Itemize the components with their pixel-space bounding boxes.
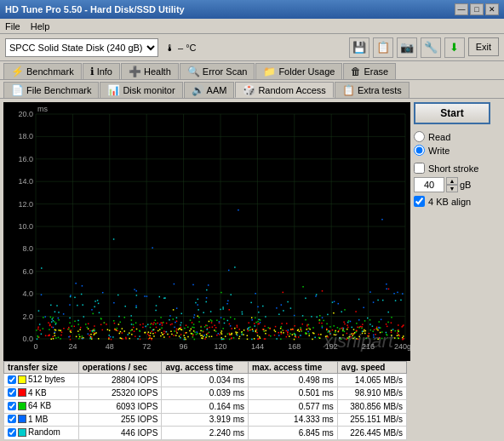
read-write-group: Read Write [414, 129, 501, 158]
write-option[interactable]: Write [414, 145, 501, 156]
table-row: 64 KB6093 IOPS0.164 ms0.577 ms380.856 MB… [4, 400, 407, 414]
exit-button[interactable]: Exit [468, 37, 499, 56]
col-header: avg. speed [337, 362, 406, 374]
table-row: 1 MB255 IOPS3.919 ms14.333 ms255.151 MB/… [4, 413, 407, 427]
toolbar-icon-5[interactable]: ⬇ [444, 37, 465, 58]
row-label-cell: 64 KB [4, 400, 79, 414]
tab-file_benchmark[interactable]: 📄File Benchmark [3, 82, 99, 98]
results-table-container: transfer sizeoperations / secavg. access… [3, 361, 407, 440]
table-row: 4 KB25320 IOPS0.039 ms0.501 ms98.910 MB/… [4, 387, 407, 400]
tab-health[interactable]: ➕Health [121, 63, 179, 79]
table-row: 512 bytes28804 IOPS0.034 ms0.498 ms14.06… [4, 374, 407, 387]
align-option[interactable]: 4 KB align [414, 196, 501, 207]
row-cell: 2.240 ms [162, 427, 249, 440]
row-cell: 446 IOPS [78, 427, 162, 440]
row-cell: 6093 IOPS [78, 400, 162, 414]
align-label: 4 KB align [428, 197, 471, 207]
row-cell: 0.498 ms [249, 374, 338, 387]
gb-label: gB [460, 180, 471, 190]
tab-benchmark[interactable]: ⚡Benchmark [3, 63, 82, 79]
row-cell: 28804 IOPS [78, 374, 162, 387]
row-label-cell: 1 MB [4, 413, 79, 427]
tab-disk_monitor[interactable]: 📊Disk monitor [100, 82, 182, 98]
tab-error_scan[interactable]: 🔍Error Scan [180, 63, 255, 79]
start-button[interactable]: Start [414, 102, 490, 124]
spinner-down[interactable]: ▼ [446, 185, 458, 192]
minimize-button[interactable]: — [455, 3, 468, 15]
tab-info[interactable]: ℹInfo [83, 63, 120, 79]
menu-bar: File Help [0, 19, 504, 34]
main-content: xishipart transfer sizeoperations / seca… [0, 99, 504, 441]
options-group: Short stroke ▲ ▼ gB 4 KB align [414, 163, 501, 207]
random_access-icon: 🎲 [243, 84, 255, 96]
toolbar-icon-4[interactable]: 🔧 [421, 37, 441, 58]
file_benchmark-icon: 📄 [11, 84, 24, 96]
spinner-input[interactable] [414, 177, 444, 192]
row-cell: 255.151 MB/s [337, 413, 406, 427]
window-title: HD Tune Pro 5.50 - Hard Disk/SSD Utility [5, 4, 185, 14]
disk-selector[interactable]: SPCC Solid State Disk (240 gB) [5, 38, 158, 57]
info-icon: ℹ [90, 66, 94, 77]
align-checkbox[interactable] [414, 196, 425, 207]
tabs-row-2: 📄File Benchmark📊Disk monitor🔊AAM🎲Random … [0, 80, 504, 99]
row-cell: 0.577 ms [249, 400, 338, 414]
temperature-value: – °C [178, 43, 197, 53]
write-radio[interactable] [414, 145, 425, 156]
toolbar: SPCC Solid State Disk (240 gB) 🌡 – °C 💾 … [0, 34, 504, 61]
row-cell: 0.501 ms [249, 387, 338, 400]
maximize-button[interactable]: □ [470, 3, 484, 15]
row-cell: 14.065 MB/s [337, 374, 406, 387]
read-label: Read [428, 132, 450, 142]
tab-random_access[interactable]: 🎲Random Access [235, 82, 333, 98]
menu-help[interactable]: Help [29, 21, 52, 32]
title-bar: HD Tune Pro 5.50 - Hard Disk/SSD Utility… [0, 0, 504, 19]
row-checkbox[interactable] [8, 375, 16, 384]
row-label-cell: 4 KB [4, 387, 79, 400]
row-checkbox[interactable] [8, 428, 16, 437]
right-panel: Start Read Write Short stroke ▲ ▼ [410, 99, 504, 441]
tab-aam[interactable]: 🔊AAM [184, 82, 235, 98]
col-header: max. access time [249, 362, 338, 374]
row-color-box [18, 415, 26, 423]
spinner-up[interactable]: ▲ [446, 177, 458, 185]
read-option[interactable]: Read [414, 131, 501, 142]
tabs-row-1: ⚡BenchmarkℹInfo➕Health🔍Error Scan📁Folder… [0, 61, 504, 80]
close-button[interactable]: ✕ [485, 3, 499, 15]
disk_monitor-icon: 📊 [107, 84, 120, 96]
row-cell: 0.164 ms [162, 400, 249, 414]
toolbar-icon-1[interactable]: 💾 [349, 37, 369, 58]
row-cell: 3.919 ms [162, 413, 249, 427]
col-header: avg. access time [162, 362, 249, 374]
row-color-box [18, 375, 26, 384]
tab-erase[interactable]: 🗑Erase [343, 63, 396, 79]
row-cell: 14.333 ms [249, 413, 338, 427]
read-radio[interactable] [414, 131, 425, 142]
row-cell: 380.856 MB/s [337, 400, 406, 414]
toolbar-icon-group: 💾 📋 📷 🔧 ⬇ Exit [349, 37, 499, 58]
row-checkbox[interactable] [8, 402, 16, 410]
chart-canvas [3, 102, 410, 361]
col-header: transfer size [4, 362, 79, 374]
row-cell: 0.034 ms [162, 374, 249, 387]
row-cell: 25320 IOPS [78, 387, 162, 400]
row-color-box [18, 388, 26, 397]
toolbar-icon-3[interactable]: 📷 [397, 37, 417, 58]
aam-icon: 🔊 [192, 84, 204, 96]
window-controls: — □ ✕ [455, 3, 499, 15]
benchmark-icon: ⚡ [11, 66, 24, 77]
short-stroke-option[interactable]: Short stroke [414, 163, 501, 174]
row-checkbox[interactable] [8, 388, 16, 397]
tab-folder_usage[interactable]: 📁Folder Usage [255, 63, 342, 79]
temperature-display: 🌡 – °C [165, 43, 197, 53]
toolbar-icon-2[interactable]: 📋 [373, 37, 393, 58]
thermometer-icon: 🌡 [165, 43, 175, 53]
short-stroke-checkbox[interactable] [414, 163, 425, 174]
row-cell: 6.845 ms [249, 427, 338, 440]
menu-file[interactable]: File [3, 21, 22, 32]
row-color-box [18, 402, 26, 410]
extra_tests-icon: 📋 [342, 84, 355, 96]
row-checkbox[interactable] [8, 415, 16, 423]
chart-container: xishipart [3, 102, 410, 361]
row-cell: 98.910 MB/s [337, 387, 406, 400]
tab-extra_tests[interactable]: 📋Extra tests [335, 82, 410, 98]
